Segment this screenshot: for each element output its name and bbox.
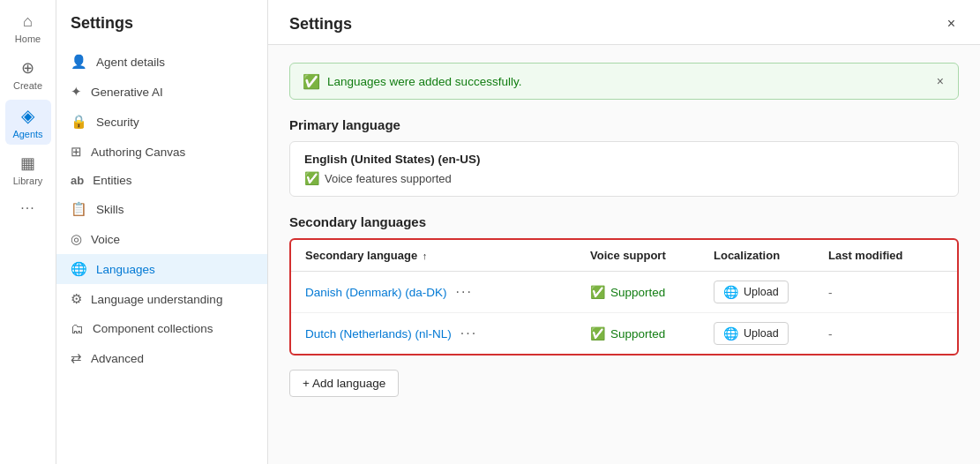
col-header-localization: Localization — [714, 249, 828, 262]
dutch-upload-label: Upload — [744, 327, 779, 340]
dutch-language-name[interactable]: Dutch (Netherlands) (nl-NL) — [305, 327, 452, 341]
language-understanding-icon: ⚙ — [71, 291, 82, 307]
skills-icon: 📋 — [71, 201, 87, 217]
primary-language-title: Primary language — [289, 117, 959, 132]
danish-language-cell: Danish (Denmark) (da-DK) ··· — [305, 282, 590, 302]
success-check-icon: ✅ — [303, 73, 320, 90]
sidebar-label-generative-ai: Generative AI — [91, 86, 163, 99]
danish-more-button[interactable]: ··· — [453, 282, 476, 302]
sidebar-item-voice[interactable]: ◎ Voice — [56, 224, 267, 254]
table-row: Dutch (Netherlands) (nl-NL) ··· ✅ Suppor… — [291, 313, 957, 354]
sidebar-item-agent-details[interactable]: 👤 Agent details — [56, 47, 267, 77]
col-header-last-modified: Last modified — [828, 249, 943, 262]
close-button[interactable]: × — [944, 12, 959, 35]
dutch-language-cell: Dutch (Netherlands) (nl-NL) ··· — [305, 324, 590, 343]
nav-home[interactable]: ⌂ Home — [5, 7, 51, 49]
danish-localization-cell: 🌐 Upload — [714, 281, 828, 303]
entities-icon: ab — [71, 174, 84, 187]
danish-last-modified: - — [828, 286, 943, 299]
sidebar-label-entities: Entities — [93, 174, 131, 187]
voice-icon: ◎ — [71, 231, 82, 247]
danish-upload-button[interactable]: 🌐 Upload — [714, 281, 789, 303]
settings-panel-title: Settings — [56, 14, 267, 47]
add-language-label: + Add language — [303, 377, 385, 390]
sidebar-item-component-collections[interactable]: 🗂 Component collections — [56, 314, 267, 343]
sidebar-item-language-understanding[interactable]: ⚙ Language understanding — [56, 284, 267, 314]
main-header: Settings × — [268, 0, 980, 45]
upload-icon: 🌐 — [723, 285, 738, 299]
create-icon: ⊕ — [21, 58, 34, 78]
danish-voice-label: Supported — [610, 286, 665, 299]
nav-more[interactable]: ··· — [5, 195, 51, 221]
nav-library-label: Library — [13, 176, 43, 186]
advanced-icon: ⇄ — [71, 350, 82, 366]
add-language-button[interactable]: + Add language — [289, 370, 399, 397]
secondary-languages-title: Secondary languages — [289, 214, 959, 229]
nav-create[interactable]: ⊕ Create — [5, 53, 51, 96]
sidebar-item-entities[interactable]: ab Entities — [56, 167, 267, 194]
danish-upload-label: Upload — [744, 286, 779, 298]
nav-library[interactable]: ▦ Library — [5, 148, 51, 191]
main-title: Settings — [289, 15, 352, 34]
voice-supported-label: ✅ Voice features supported — [304, 171, 944, 185]
col-header-secondary-language: Secondary language ↑ — [305, 249, 590, 262]
upload-icon-2: 🌐 — [723, 326, 738, 341]
settings-panel: Settings 👤 Agent details ✦ Generative AI… — [56, 0, 268, 464]
nav-rail: ⌂ Home ⊕ Create ◈ Agents ▦ Library ··· — [0, 0, 56, 464]
nav-agents[interactable]: ◈ Agents — [5, 100, 51, 145]
success-message: Languages were added successfully. — [327, 75, 521, 88]
dutch-voice-label: Supported — [610, 327, 665, 341]
banner-close-button[interactable]: × — [935, 72, 946, 90]
sidebar-label-advanced: Advanced — [91, 352, 144, 365]
dutch-voice-cell: ✅ Supported — [590, 326, 714, 341]
sort-arrow-icon: ↑ — [423, 251, 428, 261]
primary-language-card: English (United States) (en-US) ✅ Voice … — [289, 141, 959, 197]
success-banner: ✅ Languages were added successfully. × — [289, 63, 959, 100]
languages-icon: 🌐 — [71, 261, 87, 277]
danish-voice-cell: ✅ Supported — [590, 285, 714, 299]
sidebar-label-language-understanding: Language understanding — [91, 293, 222, 306]
success-banner-content: ✅ Languages were added successfully. — [303, 73, 521, 90]
home-icon: ⌂ — [23, 12, 33, 31]
primary-language-name: English (United States) (en-US) — [304, 153, 944, 166]
sidebar-label-agent-details: Agent details — [96, 56, 165, 69]
main-content: Settings × ✅ Languages were added succes… — [268, 0, 980, 464]
library-icon: ▦ — [20, 153, 35, 173]
sidebar-label-authoring-canvas: Authoring Canvas — [91, 146, 185, 159]
sidebar-item-generative-ai[interactable]: ✦ Generative AI — [56, 77, 267, 107]
col-header-secondary-language-label: Secondary language — [305, 249, 417, 262]
sidebar-item-authoring-canvas[interactable]: ⊞ Authoring Canvas — [56, 137, 267, 167]
danish-voice-icon: ✅ — [590, 285, 605, 299]
sidebar-item-security[interactable]: 🔒 Security — [56, 107, 267, 137]
nav-home-label: Home — [15, 34, 41, 44]
dutch-more-button[interactable]: ··· — [457, 324, 481, 343]
voice-supported-text: Voice features supported — [325, 172, 452, 185]
sidebar-item-advanced[interactable]: ⇄ Advanced — [56, 343, 267, 373]
dutch-upload-button[interactable]: 🌐 Upload — [714, 322, 789, 345]
danish-language-name[interactable]: Danish (Denmark) (da-DK) — [305, 286, 447, 299]
sidebar-label-voice: Voice — [91, 233, 120, 246]
sidebar-label-security: Security — [96, 116, 139, 129]
sidebar-item-skills[interactable]: 📋 Skills — [56, 194, 267, 224]
sidebar-label-languages: Languages — [96, 263, 155, 276]
sidebar-label-component-collections: Component collections — [93, 322, 213, 335]
main-body: ✅ Languages were added successfully. × P… — [268, 45, 980, 464]
dutch-localization-cell: 🌐 Upload — [714, 322, 828, 345]
table-row: Danish (Denmark) (da-DK) ··· ✅ Supported… — [291, 272, 957, 313]
security-icon: 🔒 — [71, 114, 87, 130]
authoring-canvas-icon: ⊞ — [71, 144, 82, 160]
sidebar-item-languages[interactable]: 🌐 Languages — [56, 254, 267, 284]
nav-create-label: Create — [13, 80, 42, 91]
col-header-voice-support: Voice support — [590, 249, 714, 262]
table-header-row: Secondary language ↑ Voice support Local… — [291, 240, 957, 272]
agents-icon: ◈ — [21, 105, 34, 126]
sidebar-label-skills: Skills — [96, 203, 124, 216]
dutch-last-modified: - — [828, 327, 943, 341]
component-collections-icon: 🗂 — [71, 321, 84, 336]
dutch-voice-icon: ✅ — [590, 326, 605, 341]
more-icon: ··· — [20, 200, 34, 216]
secondary-languages-table: Secondary language ↑ Voice support Local… — [289, 238, 959, 355]
voice-supported-icon: ✅ — [304, 171, 319, 185]
generative-ai-icon: ✦ — [71, 84, 82, 100]
agent-details-icon: 👤 — [71, 54, 87, 70]
